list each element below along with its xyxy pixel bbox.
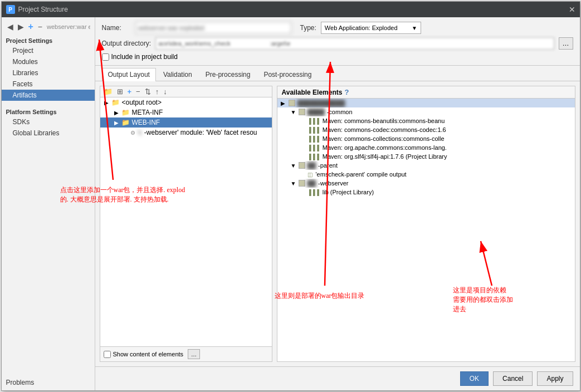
sidebar-item-facets[interactable]: Facets [2,79,95,90]
close-button[interactable]: ✕ [569,5,575,14]
project-settings-header: Project Settings [2,34,95,45]
available-title: Available Elements [282,89,343,96]
expanded-arrow-icon: ▶ [281,100,286,106]
avail-item-common[interactable]: ▼ ████ -common [277,107,575,116]
tree-panel: 📁 ⊞ + − ⇅ ↑ ↓ ▶ 📁 <output root> [100,86,272,362]
blurred-prefix: ██ [307,162,316,169]
tree-folder-icon: 📁 [102,88,114,95]
dialog-title: Project Structure [18,6,68,13]
sidebar-item-global-libraries[interactable]: Global Libraries [2,128,95,139]
tree-item-webserver-module[interactable]: ⚙ 'c -webserver' module: 'Web' facet res… [100,128,272,138]
tree-up-btn[interactable]: ↑ [154,88,160,95]
bar-jar-icon: ▐▐▐ [307,145,319,151]
avail-item-maven-codec[interactable]: ▐▐▐ Maven: commons-codec:commons-codec:1… [277,125,575,134]
arrow-icon: ▶ [114,110,119,116]
expanded-arrow-icon: ▼ [291,163,296,169]
folder-icon [299,162,305,169]
name-label: Name: [102,24,131,32]
name-input[interactable] [135,22,291,34]
folder-icon [299,180,305,187]
config-area: Name: Type: Web Application: Exploded ▼ … [95,17,580,66]
tree-content: ▶ 📁 <output root> ▶ 📁 META-INF ▶ 📁 [100,97,272,346]
tree-more-btn[interactable]: … [188,349,200,359]
tree-item-web-inf[interactable]: ▶ 📁 WEB-INF [100,117,272,128]
cancel-button[interactable]: Cancel [493,371,533,386]
avail-item-emscheck-output[interactable]: ◫ 'emscheck-parent' compile output [277,170,575,179]
bar-jar-icon: ▐▐▐ [307,127,319,133]
artifact-list-item[interactable]: webserver:war exploded [47,23,90,30]
avail-item-label: Maven: commons-beanutils:commons-beanu [323,117,445,124]
bar-jar-icon: ▐▐▐ [307,136,319,142]
tree-down-btn[interactable]: ↓ [162,88,168,95]
avail-item-blurred1[interactable]: ▶ ███████████ [277,99,575,107]
tree-add-btn[interactable]: + [126,88,133,95]
tab-validation[interactable]: Validation [157,68,198,81]
title-bar: P Project Structure ✕ [2,2,580,17]
bar-jar-icon: ▐▐▐ [307,118,319,124]
output-input[interactable] [155,37,554,50]
tab-pre-processing[interactable]: Pre-processing [199,68,257,81]
avail-item-label: Maven: org.apache.commons:commons-lang. [323,144,447,151]
tabs-bar: Output Layout Validation Pre-processing … [95,66,580,81]
type-select[interactable]: Web Application: Exploded ▼ [321,22,421,34]
avail-item-label: -webserver [318,180,348,187]
forward-button[interactable]: ▶ [17,22,25,31]
tree-item-output-root[interactable]: ▶ 📁 <output root> [100,97,272,107]
tab-output-layout[interactable]: Output Layout [102,68,156,81]
avail-item-ems-parent[interactable]: ▼ ██ -parent [277,161,575,170]
apply-button[interactable]: Apply [537,371,573,386]
show-content-checkbox[interactable] [104,351,111,358]
show-content-label: Show content of elements [113,351,184,357]
tree-item-label: WEB-INF [132,119,160,126]
type-select-value: Web Application: Exploded [325,24,398,31]
sidebar-item-problems[interactable]: Problems [2,377,95,388]
remove-artifact-button[interactable]: − [37,22,43,31]
sidebar-item-artifacts[interactable]: Artifacts [2,90,95,101]
available-panel: Available Elements ? ▶ ███████████ ▼ [277,86,575,362]
expanded-arrow-icon: ▼ [291,109,296,115]
blurred-prefix: ██ [307,180,316,187]
sidebar-item-sdks[interactable]: SDKs [2,116,95,128]
tree-sort-btn[interactable]: ⇅ [144,88,152,95]
project-structure-dialog: P Project Structure ✕ ◀ ▶ + − webserver:… [1,1,580,391]
include-label: Include in project build [111,53,178,61]
avail-item-label: lib (Project Library) [323,189,374,195]
nav-buttons: ◀ ▶ + − webserver:war exploded [2,19,95,34]
sidebar-item-libraries[interactable]: Libraries [2,67,95,79]
tree-item-label: <output root> [122,99,162,106]
tree-item-label: -webserver' module: 'Web' facet resou [144,129,257,136]
platform-settings-header: Platform Settings [2,105,95,116]
add-artifact-button[interactable]: + [27,22,35,32]
avail-item-maven-slf4j[interactable]: ▐▐▐ Maven: org.slf4j:slf4j-api:1.7.6 (Pr… [277,152,575,161]
title-bar-left: P Project Structure [6,5,68,14]
avail-item-webserver[interactable]: ▼ ██ -webserver [277,179,575,188]
tab-post-processing[interactable]: Post-processing [257,68,318,81]
avail-item-maven-commons-lang[interactable]: ▐▐▐ Maven: org.apache.commons:commons-la… [277,143,575,152]
avail-item-label: -common [327,109,353,115]
ok-button[interactable]: OK [460,371,489,386]
avail-item-lib[interactable]: ▐▐▐ lib (Project Library) [277,188,575,197]
arrow-icon: ▶ [114,120,119,126]
help-icon[interactable]: ? [344,88,349,96]
artifact-panel: 📁 ⊞ + − ⇅ ↑ ↓ ▶ 📁 <output root> [95,81,580,366]
include-checkbox[interactable] [102,53,109,61]
tree-remove-btn[interactable]: − [135,88,141,95]
arrow-icon: ▶ [104,100,109,106]
tree-grid-btn[interactable]: ⊞ [116,88,124,95]
module-icon: ⚙ [130,130,135,136]
bottom-bar: OK Cancel Apply [95,366,580,390]
tree-toolbar: 📁 ⊞ + − ⇅ ↑ ↓ [100,86,272,97]
avail-item-maven-collections[interactable]: ▐▐▐ Maven: commons-collections:commons-c… [277,134,575,143]
bar-jar-icon: ▐▐▐ [307,154,319,160]
avail-item-maven-beanutils[interactable]: ▐▐▐ Maven: commons-beanutils:commons-bea… [277,116,575,125]
blurred-text: ███████████ [297,100,345,106]
back-button[interactable]: ◀ [6,22,14,31]
lib-icon: ▐▐▐ [307,189,319,195]
tree-item-meta-inf[interactable]: ▶ 📁 META-INF [100,107,272,117]
sidebar-item-project[interactable]: Project [2,45,95,56]
sidebar-item-modules[interactable]: Modules [2,56,95,67]
app-icon: P [6,5,15,14]
folder-icon: 📁 [121,109,130,116]
browse-button[interactable]: … [559,37,573,50]
folder-icon [299,109,305,115]
